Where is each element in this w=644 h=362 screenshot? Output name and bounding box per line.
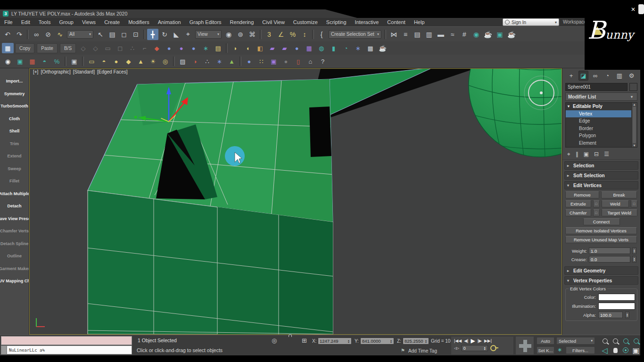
rollout-edit-geometry[interactable]: ▸ Edit Geometry [564, 266, 638, 275]
chamfer-settings-icon[interactable]: □ [593, 209, 600, 216]
bs-button[interactable]: B/S [60, 43, 76, 53]
key-filters-icon[interactable]: ∗ [557, 346, 562, 353]
olive-wedge-icon[interactable]: ◧ [254, 43, 266, 53]
leaf-icon[interactable]: ▲ [226, 56, 238, 66]
sidebar-item-turbosmooth[interactable]: TurboSmooth [0, 100, 29, 113]
reference-coordinate-system-dropdown[interactable]: View▾ [195, 30, 222, 39]
break-button[interactable]: Break [601, 191, 637, 198]
select-and-place-icon[interactable]: ⌖ [182, 29, 194, 40]
menu-group[interactable]: Group [55, 18, 78, 26]
dim-tool-5-icon[interactable]: ∴ [126, 43, 138, 53]
edit-named-selection-sets-icon[interactable]: { [316, 29, 327, 40]
rollout-edit-vertices[interactable]: ▾ Edit Vertices [564, 181, 638, 189]
remove-modifier-icon[interactable]: ⊟ [594, 151, 599, 157]
tab-hierarchy[interactable]: ∞ [590, 71, 600, 81]
big-plus-button[interactable] [515, 336, 534, 355]
configure-modifier-sets-icon[interactable]: ☰ [604, 151, 609, 157]
select-and-manipulate-icon[interactable]: ⊚ [235, 29, 246, 40]
spinner-snap-icon[interactable]: ↕ [299, 29, 310, 40]
previous-frame-icon[interactable]: ◀| [464, 338, 468, 343]
rectangular-selection-region-icon[interactable]: ◻ [118, 29, 130, 40]
viewport[interactable] [29, 68, 562, 335]
purple-grid-icon[interactable]: ▦ [303, 43, 315, 53]
menu-scripting[interactable]: Scripting [322, 18, 351, 26]
dim-tool-2-icon[interactable]: ◇ [90, 43, 101, 53]
show-end-result-icon[interactable]: ∥ [576, 151, 578, 157]
uv-checker-icon[interactable]: ▦ [26, 56, 38, 66]
crease-field[interactable]: 0.0 [589, 256, 630, 263]
menu-tools[interactable]: Tools [34, 18, 55, 26]
menu-file[interactable]: File [0, 18, 17, 26]
layer-explorer-icon[interactable]: ▥ [423, 29, 435, 40]
select-and-link-icon[interactable]: ∞ [31, 29, 42, 40]
bind-to-space-warp-icon[interactable]: ∿ [54, 29, 66, 40]
paint-select-icon[interactable]: ▦ [2, 43, 14, 53]
pin-stack-icon[interactable]: ⌖ [567, 151, 570, 157]
dissolve-icon[interactable]: ▨ [177, 56, 189, 66]
dark-sphere-icon[interactable]: ● [280, 56, 292, 66]
weld-button[interactable]: Weld [602, 200, 629, 207]
menu-animation[interactable]: Animation [154, 18, 185, 26]
yellow-half-left-icon[interactable]: ◖ [242, 43, 254, 53]
viewport-menu-style[interactable]: [Standard] [73, 69, 95, 74]
key-sphere-icon[interactable]: ◓ [39, 56, 50, 66]
viewport-menu-general[interactable]: [+] [33, 69, 38, 74]
play-icon[interactable]: ▶ [471, 337, 475, 344]
menu-create[interactable]: Create [100, 18, 124, 26]
pan-hand-icon[interactable] [610, 346, 620, 355]
chamfer-button[interactable]: Chamfer [565, 209, 591, 216]
snowflake-icon[interactable]: ∗ [214, 56, 225, 66]
teapot-small-icon[interactable]: ☕ [377, 43, 388, 53]
scene-explorer-icon[interactable]: ▤ [412, 29, 423, 40]
selection-filter-dropdown[interactable]: All▾ [67, 30, 93, 39]
frame-step-icon[interactable]: ◁▷ [454, 346, 459, 350]
tab-motion[interactable]: ◔ [603, 71, 612, 81]
make-unique-icon[interactable]: ▣ [584, 151, 589, 157]
render-production-icon[interactable]: ☕ [506, 29, 517, 40]
remove-isolated-vertices-button[interactable]: Remove Isolated Vertices [565, 227, 637, 234]
ribbon-toggle-icon[interactable]: ▬ [435, 29, 446, 40]
align-icon[interactable]: ≡ [400, 29, 411, 40]
menu-views[interactable]: Views [78, 18, 100, 26]
weld-settings-icon[interactable]: □ [631, 200, 637, 207]
yellow-half-right-icon[interactable]: ◗ [230, 43, 241, 53]
maximize-viewport-icon[interactable]: ▣ [631, 346, 641, 355]
tab-display[interactable]: ▥ [614, 71, 624, 81]
sidebar-item-save-view-preset[interactable]: Save View Preset [0, 213, 29, 225]
sidebar-item-sweep[interactable]: Sweep [0, 163, 29, 175]
illumination-color-swatch[interactable] [598, 303, 635, 310]
sidebar-item-detach[interactable]: Detach [0, 200, 29, 213]
menu-customize[interactable]: Customize [289, 18, 322, 26]
set-key-button[interactable]: Set K... [537, 346, 554, 354]
nuts-icon[interactable]: ∴ [201, 56, 213, 66]
tab-create[interactable]: + [566, 71, 576, 81]
go-to-start-icon[interactable]: |◀◀ [454, 338, 462, 343]
menu-civil-view[interactable]: Civil View [258, 18, 289, 26]
teal-bar-icon[interactable]: ▮ [328, 43, 339, 53]
blue-flake-icon[interactable]: ∗ [352, 43, 364, 53]
sidebar-item-symmetry[interactable]: Symmetry [0, 88, 29, 100]
maxscript-mini-listener[interactable]: NuLinearLLc a% [7, 346, 132, 354]
sidebar-item-chamfer-verts[interactable]: Chamfer Verts [0, 225, 29, 238]
copy-button[interactable]: Copy [15, 43, 34, 53]
battery-icon[interactable]: ▯ [292, 56, 304, 66]
crease-spinner[interactable]: ▲▼ [632, 256, 636, 263]
menu-modifiers[interactable]: Modifiers [124, 18, 154, 26]
teal-star-icon[interactable]: ∗ [200, 43, 212, 53]
redo-icon[interactable]: ↷ [14, 29, 25, 40]
rgb-cluster-icon[interactable]: ∷ [256, 56, 267, 66]
zoom-icon[interactable] [600, 336, 610, 346]
purple-window-icon[interactable]: ▣ [268, 56, 280, 66]
red-gem-icon[interactable]: ◆ [151, 43, 163, 53]
undo-icon[interactable]: ↶ [2, 29, 13, 40]
purple-orb-icon[interactable]: ● [175, 43, 187, 53]
key-mode-toggle-icon[interactable] [490, 345, 496, 351]
blue-orb-icon[interactable]: ● [163, 43, 175, 53]
stack-item-border[interactable]: Border [566, 125, 636, 132]
teal-disc-icon[interactable]: ◍ [315, 43, 327, 53]
dim-tool-4-icon[interactable]: ◻ [114, 43, 126, 53]
snaps-toggle-icon[interactable]: 3 [264, 29, 275, 40]
teal-quarter-icon[interactable]: ◔ [340, 43, 352, 53]
connect-button[interactable]: Connect [583, 218, 620, 225]
dome-primitive-icon[interactable]: ◓ [98, 56, 110, 66]
